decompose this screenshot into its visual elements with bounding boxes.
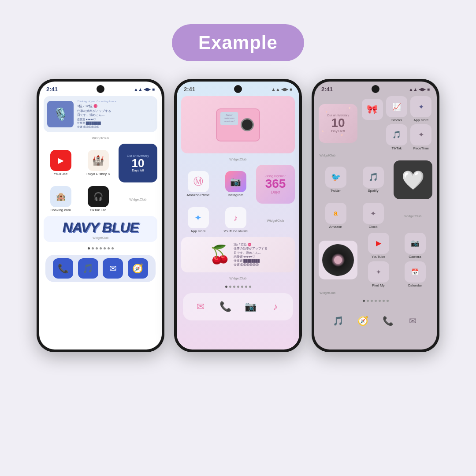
boombox-widgetclub-label: WidgetClub bbox=[44, 136, 157, 140]
appstore-app-p2[interactable]: ✦ App store bbox=[181, 207, 215, 234]
phone-notch-3 bbox=[372, 85, 379, 93]
status-time-2: 2:41 bbox=[184, 86, 195, 93]
dock-music[interactable]: 🎵 bbox=[78, 258, 98, 279]
app-row-p2-2: ✦ App store ♪ YouTube Music WidgetClub bbox=[181, 207, 295, 234]
phone3-content: Our anniversary 10 Days left 🎀 📈 St bbox=[314, 94, 437, 350]
find-my-app[interactable]: ✦ Find My bbox=[361, 261, 396, 288]
boombox-widget: 🎙️ Thinking of you. I'm writing love a..… bbox=[44, 96, 157, 132]
example-badge: Example bbox=[172, 24, 304, 61]
dock-mail-p3[interactable]: ✉ bbox=[403, 311, 423, 331]
tiktok-app-p3[interactable]: 🎵 TikTok bbox=[385, 124, 408, 151]
app-row-2: 🏨 Booking.com 🎧 TikTok Lite WidgetClub bbox=[44, 186, 157, 212]
glitter-anniversary-widget: Our anniversary 10 Days left bbox=[319, 104, 357, 143]
phone1-content: 🎙️ Thinking of you. I'm writing love a..… bbox=[39, 94, 162, 350]
heart-widget: 🤍 bbox=[394, 160, 432, 199]
app-row-p3-3: a Amazon ✦ Clock WidgetClub bbox=[319, 203, 432, 229]
camera-widgetclub: WidgetClub bbox=[181, 157, 295, 161]
p3-widgetclub-2: WidgetClub bbox=[319, 291, 432, 294]
clock-app[interactable]: ✦ Clock bbox=[356, 203, 390, 229]
amazon-prime-app[interactable]: Ⓜ Amazon Prime bbox=[181, 171, 215, 197]
dock-camera-p2[interactable]: 📷 bbox=[240, 297, 260, 317]
booking-app[interactable]: 🏨 Booking.com bbox=[44, 186, 78, 212]
page-dots-2 bbox=[181, 284, 295, 290]
phone-2: 2:41 ▲▲ ◀▶ ■ Supercutenessoverload bbox=[174, 79, 302, 352]
boombox-image: 🎙️ bbox=[47, 101, 74, 127]
dock-2: ✉ 📞 📷 ♪ bbox=[183, 293, 293, 320]
stocks-app[interactable]: 📈 Stocks bbox=[385, 96, 408, 123]
dock-mail[interactable]: ✉ bbox=[103, 258, 123, 279]
app-row-1: ▶ YouTube 🏰 Tokyo Disney R Our anniversa… bbox=[44, 144, 157, 182]
dock-mail-p2[interactable]: ✉ bbox=[190, 297, 211, 317]
dock-1: 📞 🎵 ✉ 🧭 bbox=[45, 255, 156, 282]
dock-phone[interactable]: 📞 bbox=[53, 258, 73, 279]
instagram-app[interactable]: 📷 Instagram bbox=[219, 171, 253, 197]
anniversary-widget-1: Our anniversary 10 Days left bbox=[119, 144, 157, 182]
p3-widgetclub-1: WidgetClub bbox=[319, 154, 432, 157]
status-time-1: 2:41 bbox=[46, 86, 58, 93]
dock-music-p2[interactable]: ♪ bbox=[265, 297, 286, 317]
app-row-p3-4: ▶ YouTube 📷 Camera ✦ Find My bbox=[319, 233, 432, 288]
dock-phone-p3[interactable]: 📞 bbox=[378, 311, 398, 331]
facetime-app[interactable]: ✦ FaceTime bbox=[410, 124, 432, 151]
dock-music-p3[interactable]: 🎵 bbox=[328, 311, 348, 331]
youtube-music-app[interactable]: ♪ YouTube Music bbox=[219, 207, 253, 234]
app-row-p3-2: 🐦 Twitter 🎵 Spotify 🤍 bbox=[319, 160, 432, 199]
navy-blue-widget: NAVY BLUE WidgetClub bbox=[44, 216, 157, 242]
dock-3: 🎵 🧭 📞 ✉ bbox=[320, 307, 431, 335]
dock-safari-p3[interactable]: 🧭 bbox=[353, 311, 373, 331]
camera-app-p3[interactable]: 📷 Camera bbox=[398, 233, 432, 259]
calendar-app[interactable]: 📅 Calendar bbox=[398, 261, 432, 288]
page-dots-3 bbox=[319, 298, 432, 304]
cherry-widgetclub: WidgetClub bbox=[181, 276, 295, 280]
status-icons-3: ▲▲ ◀▶ ■ bbox=[409, 87, 430, 92]
page-dots-1 bbox=[44, 245, 157, 251]
spotify-app[interactable]: 🎵 Spotify bbox=[356, 167, 390, 193]
dock-phone-p2[interactable]: 📞 bbox=[216, 297, 236, 317]
together-widget: Being together 365 Days bbox=[256, 165, 295, 204]
app-row-p3-1: Our anniversary 10 Days left 🎀 📈 St bbox=[319, 96, 432, 150]
bow-icon-app[interactable]: 🎀 bbox=[361, 99, 383, 120]
youtube-app[interactable]: ▶ YouTube bbox=[44, 150, 78, 176]
tokyo-disney-app[interactable]: 🏰 Tokyo Disney R bbox=[81, 150, 115, 176]
status-icons-2: ▲▲ ◀▶ ■ bbox=[271, 87, 292, 92]
phone2-content: Supercutenessoverload WidgetClub Ⓜ Amazo… bbox=[177, 94, 299, 350]
youtube-app-p3[interactable]: ▶ YouTube bbox=[361, 233, 396, 259]
camera-widget: Supercutenessoverload bbox=[181, 96, 295, 153]
phone-3: 2:41 ▲▲ ◀▶ ■ Our anniversary 10 Days lef… bbox=[312, 79, 439, 352]
status-icons-1: ▲▲ ◀▶ ■ bbox=[134, 87, 155, 92]
status-time-3: 2:41 bbox=[321, 86, 333, 93]
boombox-text: Thinking of you. I'm writing love a... 1… bbox=[77, 100, 154, 129]
cherry-horoscope: 1位 / 12位 ♓ 仕事の効率がアップする日です。溜めこん… 恋愛運 ♥♥♥♥… bbox=[234, 242, 268, 267]
app-row-p2-1: Ⓜ Amazon Prime 📷 Instagram Being togethe… bbox=[181, 165, 295, 204]
cherry-widget: 🍒 1位 / 12位 ♓ 仕事の効率がアップする日です。溜めこん… 恋愛運 ♥♥… bbox=[181, 237, 295, 272]
vinyl-widget bbox=[319, 241, 357, 279]
phone-notch-1 bbox=[97, 85, 104, 93]
phone-notch-2 bbox=[234, 85, 242, 93]
dock-safari[interactable]: 🧭 bbox=[128, 258, 148, 279]
appstore-app-p3[interactable]: ✦ App store bbox=[410, 96, 432, 123]
twitter-app[interactable]: 🐦 Twitter bbox=[319, 167, 353, 193]
phone-1: 2:41 ▲▲ ◀▶ ■ 🎙️ Thinking of you. I'm wri… bbox=[37, 79, 164, 352]
tiktok-lite-app[interactable]: 🎧 TikTok Lite bbox=[81, 186, 115, 212]
phones-container: 2:41 ▲▲ ◀▶ ■ 🎙️ Thinking of you. I'm wri… bbox=[0, 79, 476, 352]
anniversary-widgetclub: WidgetClub bbox=[119, 197, 157, 201]
amazon-app[interactable]: a Amazon bbox=[319, 203, 353, 229]
